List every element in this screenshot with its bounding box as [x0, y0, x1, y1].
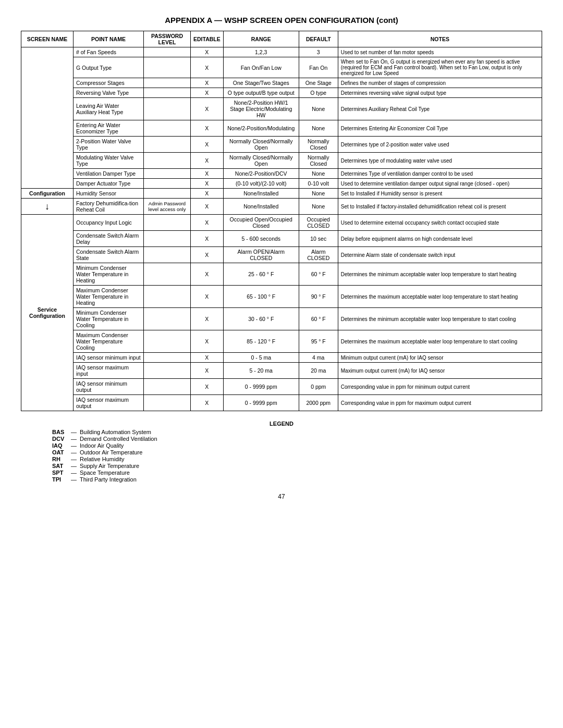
notes-cell: Used to set number of fan motor speeds [338, 47, 542, 57]
col-notes: NOTES [338, 31, 542, 47]
point-name-cell: Humidity Sensor [74, 189, 144, 199]
default-cell: 60 ° F [299, 263, 338, 286]
default-cell: None [299, 120, 338, 137]
default-cell: 20 ma [299, 363, 338, 379]
point-name-cell: IAQ sensor maximum input [74, 363, 144, 379]
password-cell [144, 57, 191, 78]
notes-cell: Determines the minimum acceptable water … [338, 263, 542, 286]
legend-abbr: IAQ [52, 442, 68, 449]
legend-text: Space Temperature [80, 470, 130, 476]
editable-cell: X [191, 330, 224, 353]
legend-abbr: TPI [52, 476, 68, 483]
table-row: Minimum Condenser Water Temperature in C… [21, 308, 542, 330]
point-name-cell: Reversing Valve Type [74, 88, 144, 98]
table-row: IAQ sensor minimum inputX0 - 5 ma4 maMin… [21, 353, 542, 363]
screen-name-cell: Configuration [21, 189, 74, 199]
point-name-cell: Condensate Switch Alarm Delay [74, 231, 144, 247]
point-name-cell: Entering Air Water Economizer Type [74, 120, 144, 137]
range-cell: 65 - 100 ° F [223, 286, 299, 308]
default-cell: O type [299, 88, 338, 98]
default-cell: 90 ° F [299, 286, 338, 308]
password-cell [144, 308, 191, 330]
default-cell: None [299, 98, 338, 120]
password-cell [144, 120, 191, 137]
range-cell: 30 - 60 ° F [223, 308, 299, 330]
notes-cell: Corresponding value in ppm for minimum o… [338, 379, 542, 395]
notes-cell: Determines type of 2-position water valv… [338, 137, 542, 153]
default-cell: Fan On [299, 57, 338, 78]
legend-text: Outdoor Air Temperature [80, 449, 142, 455]
editable-cell: X [191, 78, 224, 88]
legend-abbr: SPT [52, 470, 68, 476]
legend-item: TPI—Third Party Integration [52, 476, 542, 483]
notes-cell: Corresponding value in ppm for maximum o… [338, 395, 542, 411]
editable-cell: X [191, 179, 224, 189]
table-row: Entering Air Water Economizer TypeXNone/… [21, 120, 542, 137]
table-row: Compressor StagesXOne Stage/Two StagesOn… [21, 78, 542, 88]
legend-item: SPT—Space Temperature [52, 470, 542, 476]
range-cell: 25 - 60 ° F [223, 263, 299, 286]
editable-cell: X [191, 247, 224, 263]
password-cell [144, 189, 191, 199]
notes-cell: Determines the maximum acceptable water … [338, 330, 542, 353]
range-cell: 1,2,3 [223, 47, 299, 57]
editable-cell: X [191, 120, 224, 137]
password-cell: Admin Password level access only [144, 199, 191, 215]
table-row: Ventilation Damper TypeXNone/2-Position/… [21, 169, 542, 179]
table-row: Maximum Condenser Water Temperature Cool… [21, 330, 542, 353]
legend-abbr: OAT [52, 449, 68, 455]
notes-cell: When set to Fan On, G output is energize… [338, 57, 542, 78]
range-cell: None/Installed [223, 199, 299, 215]
legend-abbr: SAT [52, 463, 68, 469]
editable-cell: X [191, 353, 224, 363]
table-row: Damper Actuator TypeX(0-10 volt)/(2-10 v… [21, 179, 542, 189]
screen-name-cell: ServiceConfiguration [21, 215, 74, 411]
notes-cell: Determines Type of ventilation damper co… [338, 169, 542, 179]
editable-cell: X [191, 263, 224, 286]
notes-cell: Determine Alarm state of condensate swit… [338, 247, 542, 263]
point-name-cell: G Output Type [74, 57, 144, 78]
editable-cell: X [191, 286, 224, 308]
legend-dash: — [71, 456, 77, 462]
editable-cell: X [191, 215, 224, 231]
password-cell [144, 263, 191, 286]
password-cell [144, 47, 191, 57]
point-name-cell: 2-Position Water Valve Type [74, 137, 144, 153]
notes-cell: Determines Auxiliary Reheat Coil Type [338, 98, 542, 120]
point-name-cell: Minimum Condenser Water Temperature in H… [74, 263, 144, 286]
password-cell [144, 379, 191, 395]
range-cell: None/2-Position HW/1 Stage Electric/Modu… [223, 98, 299, 120]
notes-cell: Set to Installed if Humidity sensor is p… [338, 189, 542, 199]
notes-cell: Set to Installed if factory-installed de… [338, 199, 542, 215]
range-cell: Alarm OPEN/Alarm CLOSED [223, 247, 299, 263]
legend-item: BAS—Building Automation System [52, 429, 542, 435]
table-row: ConfigurationHumidity SensorXNone/Instal… [21, 189, 542, 199]
legend-abbr: RH [52, 456, 68, 462]
legend-item: OAT—Outdoor Air Temperature [52, 449, 542, 455]
table-row: Minimum Condenser Water Temperature in H… [21, 263, 542, 286]
legend-text: Supply Air Temperature [80, 463, 139, 469]
legend-item: DCV—Demand Controlled Ventilation [52, 436, 542, 442]
legend-abbr: DCV [52, 436, 68, 442]
range-cell: 0 - 5 ma [223, 353, 299, 363]
notes-cell: Maximum output current (mA) for IAQ sens… [338, 363, 542, 379]
point-name-cell: Leaving Air Water Auxiliary Heat Type [74, 98, 144, 120]
default-cell: Normally Closed [299, 137, 338, 153]
point-name-cell: Occupancy Input Logic [74, 215, 144, 231]
notes-cell: Determines type of modulating water valv… [338, 153, 542, 169]
range-cell: 85 - 120 ° F [223, 330, 299, 353]
config-table: SCREEN NAME POINT NAME PASSWORDLEVEL EDI… [21, 31, 542, 411]
legend-items: BAS—Building Automation SystemDCV—Demand… [21, 429, 542, 483]
point-name-cell: IAQ sensor maximum output [74, 395, 144, 411]
editable-cell: X [191, 47, 224, 57]
point-name-cell: Maximum Condenser Water Temperature Cool… [74, 330, 144, 353]
password-cell [144, 153, 191, 169]
editable-cell: X [191, 308, 224, 330]
legend-item: SAT—Supply Air Temperature [52, 463, 542, 469]
legend-dash: — [71, 476, 77, 483]
notes-cell: Determines the maximum acceptable water … [338, 286, 542, 308]
point-name-cell: Factory Dehumidifica-tion Reheat Coil [74, 199, 144, 215]
password-cell [144, 78, 191, 88]
default-cell: 60 ° F [299, 308, 338, 330]
point-name-cell: IAQ sensor minimum input [74, 353, 144, 363]
